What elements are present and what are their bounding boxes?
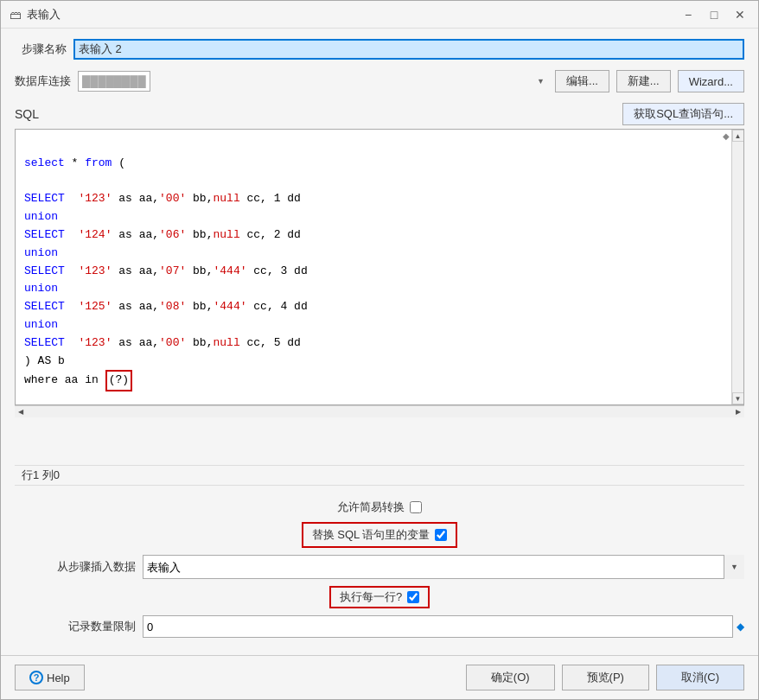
replace-vars-outline: 替换 SQL 语句里的变量 (302, 522, 458, 548)
cancel-button[interactable]: 取消(C) (656, 665, 744, 690)
sql-s4-v1: '125' (78, 300, 112, 313)
scroll-left-arrow[interactable]: ◀ (15, 406, 27, 418)
help-button[interactable]: ? Help (15, 665, 85, 690)
sql-s1-a (65, 192, 79, 205)
db-connection-label: 数据库连接 (15, 73, 71, 89)
edit-button[interactable]: 编辑... (555, 70, 609, 92)
db-connection-select[interactable]: ████████ (78, 71, 150, 92)
insert-step-select[interactable]: 表输入 (143, 555, 744, 579)
scroll-up-arrow[interactable]: ▲ (732, 130, 744, 142)
sql-s4-v3: '444' (213, 300, 246, 313)
execute-each-checkbox[interactable] (407, 591, 419, 603)
sql-s2-b: as aa, (112, 228, 159, 241)
record-limit-row: 记录数量限制 ◆ (15, 615, 744, 638)
sql-select5: SELECT (24, 336, 65, 349)
sql-select1: SELECT (24, 192, 65, 205)
sql-s5-null: null (213, 336, 239, 349)
allow-lazy-label: 允许简易转换 (337, 500, 405, 515)
sql-param-highlight: (?) (105, 370, 132, 391)
record-limit-input[interactable] (143, 615, 733, 638)
scroll-track-h[interactable] (27, 406, 732, 417)
execute-each-outline: 执行每一行? (329, 586, 430, 608)
sql-union4: union (24, 318, 58, 331)
sql-close-paren: ) AS b (24, 354, 65, 367)
title-controls: − □ ✕ (679, 5, 749, 24)
ok-button[interactable]: 确定(O) (466, 665, 555, 690)
sql-star: * (65, 156, 85, 169)
sql-union3: union (24, 282, 58, 295)
sql-s5-b: as aa, (112, 336, 159, 349)
sql-s3-d: cc, 3 dd (247, 264, 308, 277)
action-buttons: 确定(O) 预览(P) 取消(C) (466, 665, 744, 690)
sql-s2-d: cc, 2 dd (240, 228, 301, 241)
step-name-row: 步骤名称 (15, 39, 744, 60)
replace-vars-container: 替换 SQL 语句里的变量 (15, 522, 744, 548)
sql-s1-v2: '00' (159, 192, 186, 205)
window-icon: 🗃 (10, 8, 22, 22)
new-button[interactable]: 新建... (616, 70, 671, 92)
insert-step-row: 从步骤插入数据 表输入 ▼ (15, 555, 744, 579)
window-title: 表输入 (27, 7, 61, 22)
wizard-button[interactable]: Wizard... (678, 70, 744, 92)
content-area: 步骤名称 数据库连接 ████████ 编辑... 新建... Wizard..… (1, 29, 758, 655)
preview-button[interactable]: 预览(P) (562, 665, 649, 690)
sql-s1-b: as aa, (112, 192, 159, 205)
scroll-right-arrow[interactable]: ▶ (732, 406, 744, 418)
sql-s5-d: cc, 5 dd (240, 336, 301, 349)
limit-diamond-icon: ◆ (737, 620, 744, 633)
sql-s3-c: bb, (186, 264, 213, 277)
db-connection-select-wrapper: ████████ (78, 71, 548, 92)
sql-select2: SELECT (24, 228, 65, 241)
sql-header: SQL 获取SQL查询语句... (15, 103, 744, 125)
minimize-button[interactable]: − (679, 5, 698, 24)
title-bar: 🗃 表输入 − □ ✕ (1, 1, 758, 29)
sql-s2-c: bb, (186, 228, 213, 241)
sql-empty-line (24, 175, 31, 188)
get-sql-button[interactable]: 获取SQL查询语句... (622, 103, 744, 125)
sql-select4: SELECT (24, 300, 65, 313)
sql-section: SQL 获取SQL查询语句... ◆ select * from ( SELEC… (15, 103, 744, 458)
sql-s4-v2: '08' (159, 300, 186, 313)
options-section: 允许简易转换 替换 SQL 语句里的变量 从步骤插入数据 表输入 ▼ (15, 493, 744, 645)
close-button[interactable]: ✕ (730, 5, 749, 24)
scroll-down-arrow[interactable]: ▼ (732, 392, 744, 404)
scroll-track-v[interactable] (732, 142, 743, 392)
replace-vars-checkbox[interactable] (435, 529, 447, 541)
sql-where-text: where aa in (24, 373, 105, 386)
cursor-position: 行1 列0 (22, 468, 60, 481)
scroll-indicator: ◆ (723, 131, 730, 141)
sql-select3: SELECT (24, 264, 65, 277)
title-bar-left: 🗃 表输入 (10, 7, 61, 22)
sql-s4-b: as aa, (112, 300, 159, 313)
sql-s3-v3: '444' (213, 264, 246, 277)
step-name-label: 步骤名称 (15, 41, 67, 57)
vertical-scrollbar[interactable]: ▲ ▼ (731, 130, 743, 404)
help-icon: ? (29, 671, 43, 684)
status-bar: 行1 列0 (15, 465, 744, 486)
sql-s1-null1: null (213, 192, 239, 205)
sql-s4-d: cc, 4 dd (247, 300, 308, 313)
sql-label: SQL (15, 107, 39, 121)
execute-each-label: 执行每一行? (340, 589, 402, 605)
sql-s3-v2: '07' (159, 264, 186, 277)
maximize-button[interactable]: □ (705, 5, 724, 24)
allow-lazy-checkbox[interactable] (410, 501, 422, 513)
sql-s5-v1: '123' (78, 336, 112, 349)
sql-s1-d: cc, 1 dd (240, 192, 301, 205)
sql-content[interactable]: select * from ( SELECT '123' as aa,'00' … (16, 130, 743, 405)
execute-each-container: 执行每一行? (15, 586, 744, 608)
db-connection-row: 数据库连接 ████████ 编辑... 新建... Wizard... (15, 70, 744, 92)
sql-s2-null: null (213, 228, 239, 241)
sql-paren-open: ( (112, 156, 125, 169)
record-limit-wrapper: ◆ (143, 615, 744, 638)
main-window: 🗃 表输入 − □ ✕ 步骤名称 数据库连接 ████████ 编辑... 新建… (0, 0, 759, 700)
step-name-input[interactable] (73, 39, 744, 60)
sql-s5-c: bb, (186, 336, 213, 349)
help-label: Help (47, 671, 70, 684)
sql-union2: union (24, 246, 58, 259)
sql-s2-v2: '06' (159, 228, 186, 241)
sql-s4-c: bb, (186, 300, 213, 313)
horizontal-scrollbar[interactable]: ◀ ▶ (15, 405, 744, 417)
allow-lazy-row: 允许简易转换 (15, 500, 744, 515)
sql-select-kw: select (24, 156, 65, 169)
